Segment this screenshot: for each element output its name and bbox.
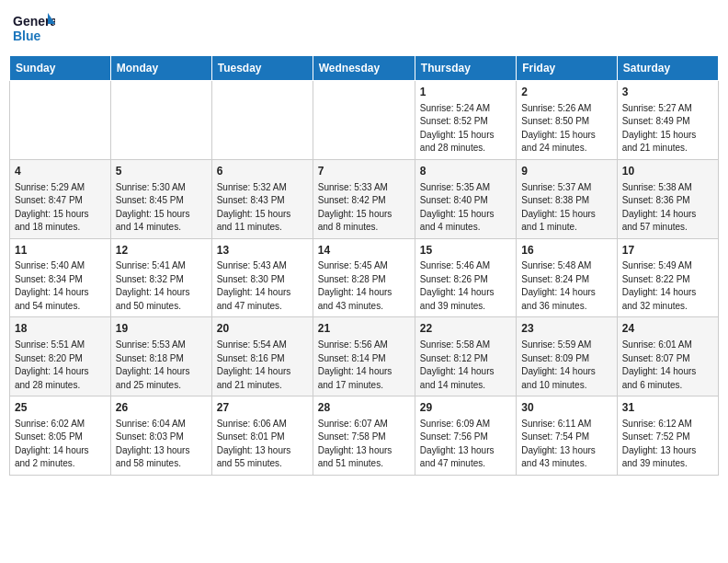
calendar-cell: 12Sunrise: 5:41 AM Sunset: 8:32 PM Dayli…: [110, 238, 211, 317]
calendar-cell: 20Sunrise: 5:54 AM Sunset: 8:16 PM Dayli…: [211, 317, 313, 396]
calendar-cell: 3Sunrise: 5:27 AM Sunset: 8:49 PM Daylig…: [617, 81, 718, 160]
day-number: 18: [15, 321, 106, 337]
day-number: 14: [318, 243, 410, 259]
day-number: 27: [217, 400, 308, 416]
day-info: Sunrise: 5:49 AM Sunset: 8:22 PM Dayligh…: [622, 259, 713, 313]
calendar-cell: 17Sunrise: 5:49 AM Sunset: 8:22 PM Dayli…: [617, 238, 718, 317]
day-info: Sunrise: 5:40 AM Sunset: 8:34 PM Dayligh…: [15, 259, 106, 313]
weekday-header-monday: Monday: [110, 56, 211, 81]
weekday-header-thursday: Thursday: [415, 56, 516, 81]
day-info: Sunrise: 6:06 AM Sunset: 8:01 PM Dayligh…: [217, 418, 308, 471]
weekday-header-tuesday: Tuesday: [211, 56, 313, 81]
logo-svg: General Blue: [13, 9, 55, 48]
day-number: 21: [318, 321, 410, 337]
calendar-cell: 6Sunrise: 5:32 AM Sunset: 8:43 PM Daylig…: [211, 159, 313, 238]
day-number: 25: [15, 400, 106, 416]
day-info: Sunrise: 5:43 AM Sunset: 8:30 PM Dayligh…: [217, 259, 308, 313]
day-number: 5: [116, 164, 207, 179]
svg-text:Blue: Blue: [13, 29, 41, 43]
calendar-cell: 21Sunrise: 5:56 AM Sunset: 8:14 PM Dayli…: [313, 317, 415, 396]
day-number: 12: [116, 243, 207, 259]
calendar-cell: 16Sunrise: 5:48 AM Sunset: 8:24 PM Dayli…: [517, 238, 617, 317]
calendar-cell: 9Sunrise: 5:37 AM Sunset: 8:38 PM Daylig…: [517, 159, 617, 238]
calendar-week-0: 1Sunrise: 5:24 AM Sunset: 8:52 PM Daylig…: [10, 81, 719, 160]
logo: General Blue: [13, 9, 55, 48]
calendar-cell: [313, 81, 415, 160]
day-info: Sunrise: 5:27 AM Sunset: 8:49 PM Dayligh…: [622, 102, 713, 155]
day-number: 1: [420, 85, 511, 100]
day-number: 7: [318, 164, 410, 179]
calendar-week-4: 25Sunrise: 6:02 AM Sunset: 8:05 PM Dayli…: [10, 396, 719, 476]
calendar-cell: 4Sunrise: 5:29 AM Sunset: 8:47 PM Daylig…: [10, 159, 111, 238]
calendar-cell: 28Sunrise: 6:07 AM Sunset: 7:58 PM Dayli…: [313, 396, 415, 476]
weekday-header-friday: Friday: [517, 56, 617, 81]
calendar-cell: 11Sunrise: 5:40 AM Sunset: 8:34 PM Dayli…: [10, 238, 111, 317]
weekday-header-saturday: Saturday: [617, 56, 718, 81]
day-number: 15: [420, 243, 511, 259]
day-number: 16: [521, 243, 611, 259]
calendar-cell: 14Sunrise: 5:45 AM Sunset: 8:28 PM Dayli…: [313, 238, 415, 317]
day-number: 19: [116, 321, 207, 337]
day-info: Sunrise: 5:51 AM Sunset: 8:20 PM Dayligh…: [15, 339, 106, 392]
calendar-cell: 22Sunrise: 5:58 AM Sunset: 8:12 PM Dayli…: [415, 317, 516, 396]
day-info: Sunrise: 5:56 AM Sunset: 8:14 PM Dayligh…: [318, 339, 410, 392]
calendar-cell: 29Sunrise: 6:09 AM Sunset: 7:56 PM Dayli…: [415, 396, 516, 476]
day-number: 13: [217, 243, 308, 259]
calendar-cell: 26Sunrise: 6:04 AM Sunset: 8:03 PM Dayli…: [110, 396, 211, 476]
calendar-cell: 13Sunrise: 5:43 AM Sunset: 8:30 PM Dayli…: [211, 238, 313, 317]
day-number: 3: [622, 85, 713, 100]
day-info: Sunrise: 6:09 AM Sunset: 7:56 PM Dayligh…: [420, 418, 511, 471]
calendar-cell: 24Sunrise: 6:01 AM Sunset: 8:07 PM Dayli…: [617, 317, 718, 396]
day-number: 30: [521, 400, 611, 416]
calendar-cell: 31Sunrise: 6:12 AM Sunset: 7:52 PM Dayli…: [617, 396, 718, 476]
day-info: Sunrise: 5:54 AM Sunset: 8:16 PM Dayligh…: [217, 339, 308, 392]
day-info: Sunrise: 5:58 AM Sunset: 8:12 PM Dayligh…: [420, 339, 511, 392]
day-number: 22: [420, 321, 511, 337]
day-number: 31: [622, 400, 713, 416]
calendar-cell: [110, 81, 211, 160]
day-number: 20: [217, 321, 308, 337]
day-info: Sunrise: 5:48 AM Sunset: 8:24 PM Dayligh…: [521, 259, 611, 313]
day-info: Sunrise: 5:29 AM Sunset: 8:47 PM Dayligh…: [15, 181, 106, 235]
calendar-table: SundayMondayTuesdayWednesdayThursdayFrid…: [9, 55, 719, 476]
day-info: Sunrise: 6:11 AM Sunset: 7:54 PM Dayligh…: [521, 418, 611, 471]
page-header: General Blue: [9, 9, 719, 48]
day-info: Sunrise: 5:30 AM Sunset: 8:45 PM Dayligh…: [116, 181, 207, 235]
day-info: Sunrise: 5:26 AM Sunset: 8:50 PM Dayligh…: [521, 102, 611, 155]
weekday-header-wednesday: Wednesday: [313, 56, 415, 81]
day-info: Sunrise: 6:12 AM Sunset: 7:52 PM Dayligh…: [622, 418, 713, 471]
day-number: 6: [217, 164, 308, 179]
day-number: 28: [318, 400, 410, 416]
day-info: Sunrise: 5:33 AM Sunset: 8:42 PM Dayligh…: [318, 181, 410, 235]
calendar-cell: 23Sunrise: 5:59 AM Sunset: 8:09 PM Dayli…: [517, 317, 617, 396]
day-info: Sunrise: 6:07 AM Sunset: 7:58 PM Dayligh…: [318, 418, 410, 471]
day-info: Sunrise: 5:35 AM Sunset: 8:40 PM Dayligh…: [420, 181, 511, 235]
calendar-cell: 19Sunrise: 5:53 AM Sunset: 8:18 PM Dayli…: [110, 317, 211, 396]
calendar-cell: 1Sunrise: 5:24 AM Sunset: 8:52 PM Daylig…: [415, 81, 516, 160]
day-number: 11: [15, 243, 106, 259]
calendar-week-1: 4Sunrise: 5:29 AM Sunset: 8:47 PM Daylig…: [10, 159, 719, 238]
day-info: Sunrise: 5:24 AM Sunset: 8:52 PM Dayligh…: [420, 102, 511, 155]
day-number: 24: [622, 321, 713, 337]
calendar-cell: 7Sunrise: 5:33 AM Sunset: 8:42 PM Daylig…: [313, 159, 415, 238]
weekday-header-row: SundayMondayTuesdayWednesdayThursdayFrid…: [10, 56, 719, 81]
calendar-cell: [211, 81, 313, 160]
calendar-cell: 18Sunrise: 5:51 AM Sunset: 8:20 PM Dayli…: [10, 317, 111, 396]
calendar-week-3: 18Sunrise: 5:51 AM Sunset: 8:20 PM Dayli…: [10, 317, 719, 396]
weekday-header-sunday: Sunday: [10, 56, 111, 81]
calendar-cell: 8Sunrise: 5:35 AM Sunset: 8:40 PM Daylig…: [415, 159, 516, 238]
day-info: Sunrise: 5:46 AM Sunset: 8:26 PM Dayligh…: [420, 259, 511, 313]
day-number: 17: [622, 243, 713, 259]
day-info: Sunrise: 5:59 AM Sunset: 8:09 PM Dayligh…: [521, 339, 611, 392]
calendar-body: 1Sunrise: 5:24 AM Sunset: 8:52 PM Daylig…: [10, 81, 719, 476]
day-info: Sunrise: 6:02 AM Sunset: 8:05 PM Dayligh…: [15, 418, 106, 471]
day-info: Sunrise: 5:53 AM Sunset: 8:18 PM Dayligh…: [116, 339, 207, 392]
calendar-cell: 30Sunrise: 6:11 AM Sunset: 7:54 PM Dayli…: [517, 396, 617, 476]
day-info: Sunrise: 5:37 AM Sunset: 8:38 PM Dayligh…: [521, 181, 611, 235]
day-number: 26: [116, 400, 207, 416]
day-info: Sunrise: 5:45 AM Sunset: 8:28 PM Dayligh…: [318, 259, 410, 313]
calendar-cell: 2Sunrise: 5:26 AM Sunset: 8:50 PM Daylig…: [517, 81, 617, 160]
day-number: 10: [622, 164, 713, 179]
calendar-cell: [10, 81, 111, 160]
day-info: Sunrise: 5:32 AM Sunset: 8:43 PM Dayligh…: [217, 181, 308, 235]
